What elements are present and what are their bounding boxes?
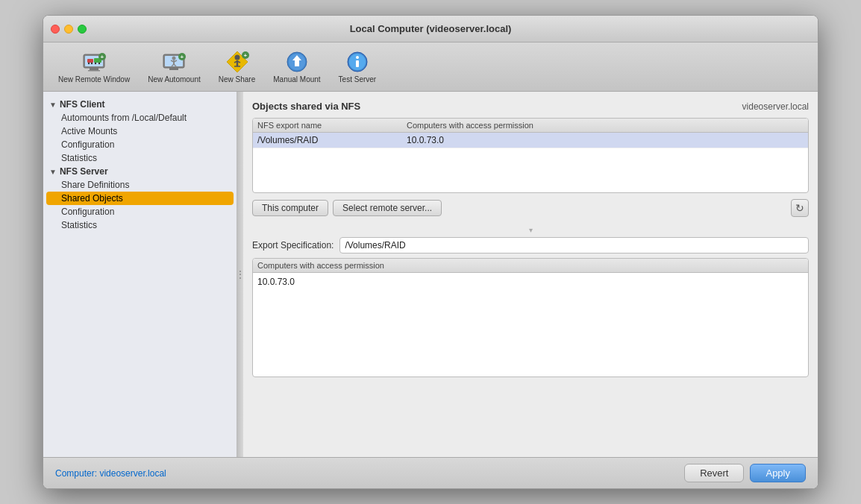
panel-server: videoserver.local bbox=[742, 101, 809, 112]
nfs-client-triangle: ▼ bbox=[49, 101, 57, 109]
computers-box: Computers with access permission 10.0.73… bbox=[252, 258, 809, 377]
manual-mount-icon bbox=[285, 50, 309, 74]
col-computers: Computers with access permission bbox=[407, 121, 804, 130]
new-remote-window-button[interactable]: + New Remote Window bbox=[51, 47, 137, 86]
new-remote-window-icon: + bbox=[82, 50, 106, 74]
svg-rect-4 bbox=[87, 59, 93, 63]
traffic-lights bbox=[51, 25, 87, 34]
col-export-name: NFS export name bbox=[257, 121, 407, 130]
sidebar-item-shared-objects[interactable]: Shared Objects bbox=[46, 192, 234, 205]
new-share-label: New Share bbox=[219, 75, 255, 84]
minimize-button[interactable] bbox=[64, 25, 73, 34]
test-server-icon bbox=[345, 50, 369, 74]
manual-mount-button[interactable]: Manual Mount bbox=[266, 47, 328, 86]
close-button[interactable] bbox=[51, 25, 60, 34]
refresh-button[interactable]: ↻ bbox=[791, 199, 809, 217]
footer: Computer: videoserver.local Revert Apply bbox=[43, 457, 818, 488]
nfs-table: NFS export name Computers with access pe… bbox=[252, 118, 809, 193]
svg-point-9 bbox=[98, 63, 100, 64]
test-server-button[interactable]: Test Server bbox=[331, 47, 384, 86]
svg-point-24 bbox=[234, 55, 239, 60]
main-content: ▼ NFS Client Automounts from /Local/Defa… bbox=[43, 92, 818, 457]
select-remote-server-button[interactable]: Select remote server... bbox=[333, 200, 442, 216]
new-share-icon: + bbox=[225, 50, 249, 74]
sidebar-resizer[interactable] bbox=[237, 92, 243, 457]
sidebar-item-statistics-client[interactable]: Statistics bbox=[43, 151, 237, 165]
revert-button[interactable]: Revert bbox=[684, 464, 744, 482]
sidebar-item-active-mounts[interactable]: Active Mounts bbox=[43, 125, 237, 138]
svg-point-5 bbox=[88, 63, 90, 64]
new-automount-label: New Automount bbox=[148, 75, 201, 84]
computers-box-body: 10.0.73.0 bbox=[253, 273, 808, 370]
svg-text:+: + bbox=[101, 54, 104, 60]
sidebar: ▼ NFS Client Automounts from /Local/Defa… bbox=[43, 92, 237, 457]
cell-export-name: /Volumes/RAID bbox=[257, 135, 407, 145]
sidebar-item-configuration-client[interactable]: Configuration bbox=[43, 138, 237, 151]
sidebar-item-automounts[interactable]: Automounts from /Local/Default bbox=[43, 111, 237, 125]
panel-title: Objects shared via NFS bbox=[252, 101, 360, 112]
footer-computer-label: Computer: bbox=[55, 468, 97, 479]
nfs-table-body: /Volumes/RAID 10.0.73.0 bbox=[253, 133, 808, 192]
this-computer-button[interactable]: This computer bbox=[252, 200, 328, 216]
sidebar-item-configuration-server[interactable]: Configuration bbox=[43, 205, 237, 218]
new-remote-window-label: New Remote Window bbox=[58, 75, 130, 84]
svg-point-37 bbox=[356, 56, 359, 59]
window-title: Local Computer (videoserver.local) bbox=[350, 23, 512, 34]
export-section: Export Specification: Computers with acc… bbox=[252, 237, 809, 377]
export-spec-row: Export Specification: bbox=[252, 237, 809, 253]
export-spec-label: Export Specification: bbox=[252, 240, 334, 251]
table-row[interactable]: /Volumes/RAID 10.0.73.0 bbox=[253, 133, 808, 148]
svg-point-8 bbox=[95, 63, 96, 64]
action-buttons-row: This computer Select remote server... ↻ bbox=[252, 199, 809, 217]
svg-point-15 bbox=[172, 57, 176, 60]
title-bar: Local Computer (videoserver.local) bbox=[43, 16, 818, 42]
apply-button[interactable]: Apply bbox=[750, 464, 806, 482]
panel-header: Objects shared via NFS videoserver.local bbox=[252, 101, 809, 112]
sidebar-item-statistics-server[interactable]: Statistics bbox=[43, 218, 237, 232]
nfs-server-triangle: ▼ bbox=[49, 168, 57, 176]
svg-text:+: + bbox=[181, 54, 184, 60]
svg-point-6 bbox=[91, 63, 93, 64]
new-automount-icon: + bbox=[162, 50, 186, 74]
sidebar-item-share-definitions[interactable]: Share Definitions bbox=[43, 178, 237, 192]
computers-entry: 10.0.73.0 bbox=[257, 276, 804, 288]
nfs-client-label: NFS Client bbox=[60, 99, 105, 110]
svg-rect-2 bbox=[90, 68, 98, 70]
svg-text:+: + bbox=[243, 52, 247, 59]
new-automount-button[interactable]: + New Automount bbox=[140, 47, 208, 86]
nfs-server-label: NFS Server bbox=[60, 166, 108, 177]
footer-buttons: Revert Apply bbox=[684, 464, 806, 482]
svg-rect-14 bbox=[169, 68, 178, 70]
toolbar: + New Remote Window bbox=[43, 42, 818, 92]
sidebar-group-nfs-server[interactable]: ▼ NFS Server bbox=[43, 165, 237, 178]
export-spec-input[interactable] bbox=[339, 237, 809, 253]
footer-info: Computer: videoserver.local bbox=[55, 468, 166, 479]
manual-mount-label: Manual Mount bbox=[273, 75, 320, 84]
sidebar-group-nfs-client[interactable]: ▼ NFS Client bbox=[43, 98, 237, 111]
nfs-table-header: NFS export name Computers with access pe… bbox=[253, 119, 808, 133]
computers-box-header: Computers with access permission bbox=[253, 259, 808, 273]
right-panel: Objects shared via NFS videoserver.local… bbox=[243, 92, 818, 457]
svg-rect-38 bbox=[356, 60, 359, 67]
svg-rect-3 bbox=[88, 70, 100, 72]
refresh-icon: ↻ bbox=[795, 202, 804, 214]
main-window: Local Computer (videoserver.local) bbox=[43, 15, 818, 489]
test-server-label: Test Server bbox=[339, 75, 377, 84]
new-share-button[interactable]: + New Share bbox=[211, 47, 263, 86]
cell-computers: 10.0.73.0 bbox=[407, 135, 804, 145]
footer-computer-value: videoserver.local bbox=[99, 468, 166, 479]
maximize-button[interactable] bbox=[78, 25, 87, 34]
divider-arrow: ▾ bbox=[252, 226, 809, 234]
